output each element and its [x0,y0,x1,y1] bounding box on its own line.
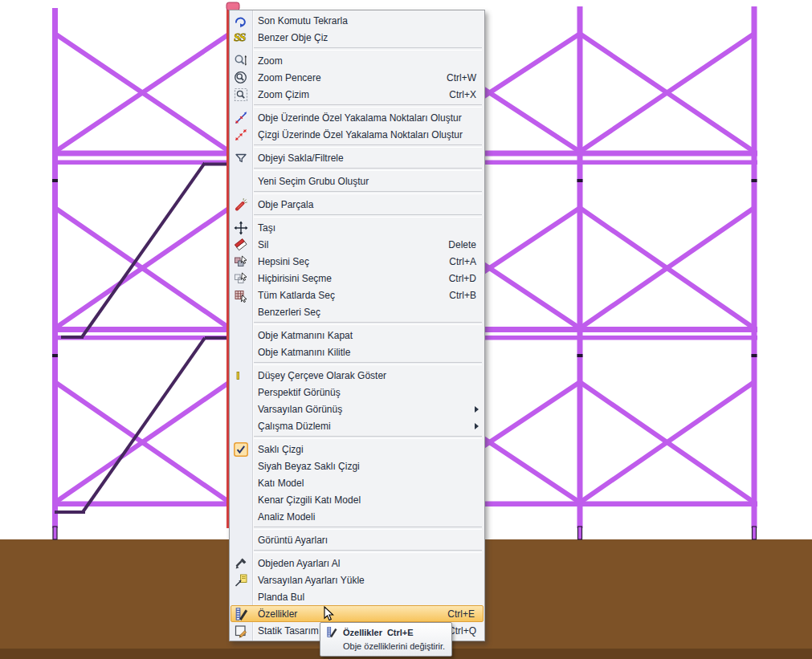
menu-shortcut: Delete [448,239,484,250]
menu-item-label: Hiçbirisini Seçme [252,273,449,284]
menu-item-label: Varsayılan Görünüş [252,404,475,415]
load-defaults-icon [230,573,252,588]
menu-item-analiz-modeli[interactable]: Analiz Modeli [230,508,484,525]
menu-separator [230,103,484,109]
menu-item-label: Sil [252,239,448,250]
menu-item-cizgi-uzerinde-ozel-yakalama[interactable]: Çizgi Üzerinde Özel Yakalama Noktaları O… [230,126,484,143]
menu-item-obje-katmanini-kapat[interactable]: Obje Katmanını Kapat [230,327,484,344]
menu-separator [230,213,484,219]
menu-item-label: Zoom Pencere [252,72,447,83]
menu-item-label: Objeyi Sakla/Filtrele [252,153,484,164]
repeat-last-command-icon [230,14,252,28]
menu-item-benzerleri-sec[interactable]: Benzerleri Seç [230,303,484,320]
menu-item-varsayilan-ayarlari-yukle[interactable]: Varsayılan Ayarları Yükle [230,572,484,588]
tooltip: Özellikler Ctrl+E Obje özelliklerini değ… [320,622,452,657]
menu-item-kati-model[interactable]: Katı Model [230,474,484,491]
menu-item-label: Kenar Çizgili Katı Model [252,494,484,506]
menu-item-son-komutu-tekrarla[interactable]: Son Komutu Tekrarla [230,12,484,29]
menu-item-label: Obje Katmanını Kapat [252,330,484,341]
menu-item-sil[interactable]: SilDelete [230,236,484,253]
menu-item-label: Özellikler [252,608,447,620]
menu-item-objeyi-sakla-filtrele[interactable]: Objeyi Sakla/Filtrele [230,149,484,166]
menu-item-label: Hepsini Seç [252,256,449,267]
menu-shortcut: Ctrl+E [447,608,483,620]
snap-points-line-icon [230,128,252,142]
menu-item-yeni-secim-grubu-olustur[interactable]: Yeni Seçim Grubu Oluştur [230,173,484,189]
menu-item-perspektif-gorunus[interactable]: Perspektif Görünüş [230,384,484,401]
menu-shortcut: Ctrl+Q [448,625,484,637]
menu-item-label: Benzerleri Seç [252,307,484,318]
menu-separator [230,360,484,367]
menu-item-label: Yeni Seçim Grubu Oluştur [252,176,484,187]
menu-item-obje-uzerinde-ozel-yakalama[interactable]: Obje Üzerinde Özel Yakalama Noktaları Ol… [230,109,484,126]
menu-item-kenar-cizgili-kati-model[interactable]: Kenar Çizgili Katı Model [230,491,484,508]
zoom-icon [230,54,252,68]
filter-icon [230,151,252,165]
menu-item-obje-parcala[interactable]: Obje Parçala [230,196,484,213]
menu-item-benzer-obje-ciz[interactable]: SSBenzer Obje Çiz [230,29,484,46]
menu-item-calisma-duzlemi[interactable]: Çalışma Düzlemi [230,417,484,434]
menu-item-label: Siyah Beyaz Saklı Çizgi [252,461,484,472]
static-design-icon [230,624,252,638]
properties-icon [326,626,338,638]
menu-item-varsayilan-gorunus[interactable]: Varsayılan Görünüş [230,401,484,417]
snap-points-object-icon [230,111,252,125]
menu-item-label: Planda Bul [252,592,484,603]
menu-item-label: Objeden Ayarları Al [252,558,484,569]
menu-item-label: Tüm Katlarda Seç [252,290,449,301]
tooltip-shortcut: Ctrl+E [387,628,414,637]
menu-separator [230,434,484,441]
menu-item-label: Düşey Çerçeve Olarak Göster [252,370,484,381]
menu-item-goruntu-ayarlari[interactable]: Görüntü Ayarları [230,531,484,548]
menu-shortcut: Ctrl+X [449,89,484,100]
draw-similar-object-icon: SS [230,31,252,45]
zoom-drawing-icon [230,87,252,102]
menu-item-tasi[interactable]: Taşı [230,219,484,236]
cad-viewport: Son Komutu TekrarlaSSBenzer Obje ÇizZoom… [0,0,812,659]
menu-item-label: Zoom Çizim [252,89,449,100]
menu-separator [230,189,484,196]
svg-text:S: S [239,31,247,43]
menu-item-label: Katı Model [252,478,484,489]
context-menu: Son Komutu TekrarlaSSBenzer Obje ÇizZoom… [229,10,485,641]
menu-item-ozellikler[interactable]: ÖzelliklerCtrl+E [231,605,484,622]
menu-item-label: Obje Üzerinde Özel Yakalama Noktaları Ol… [252,112,484,124]
tooltip-title: Özellikler [343,628,382,637]
menu-item-label: Varsayılan Ayarları Yükle [252,575,484,586]
tooltip-description: Obje özelliklerini değiştirir. [326,641,445,651]
menu-shortcut: Ctrl+W [447,72,484,83]
menu-separator [230,166,484,173]
menu-item-zoom-cizim[interactable]: Zoom ÇizimCtrl+X [230,86,484,103]
menu-shortcut: Ctrl+A [449,256,484,267]
menu-item-label: Taşı [252,222,484,234]
menu-item-objeden-ayarlari-al[interactable]: Objeden Ayarları Al [230,555,484,572]
menu-item-hepsini-sec[interactable]: Hepsini SeçCtrl+A [230,253,484,270]
submenu-arrow-icon [475,423,479,429]
menu-item-label: Zoom [252,55,484,67]
menu-item-label: Çizgi Üzerinde Özel Yakalama Noktaları O… [252,129,484,140]
menu-item-hicbirisini-secme[interactable]: Hiçbirisini SeçmeCtrl+D [230,270,484,287]
menu-item-sakli-cizgi[interactable]: Saklı Çizgi [230,441,484,458]
explode-icon [230,197,252,212]
menu-item-label: Benzer Obje Çiz [252,32,484,43]
menu-item-obje-katmanini-kilitle[interactable]: Obje Katmanını Kilitle [230,344,484,360]
menu-item-label: Obje Katmanını Kilitle [252,347,484,358]
menu-item-tum-katlarda-sec[interactable]: Tüm Katlarda SeçCtrl+B [230,287,484,303]
menu-separator [230,548,484,555]
menu-item-zoom-pencere[interactable]: Zoom PencereCtrl+W [230,69,484,86]
select-all-floors-icon [230,288,252,303]
menu-item-siyah-beyaz-sakli-cizgi[interactable]: Siyah Beyaz Saklı Çizgi [230,458,484,474]
menu-shortcut: Ctrl+B [449,290,484,301]
menu-separator [230,525,484,531]
menu-item-label: Son Komutu Tekrarla [252,15,484,26]
menu-separator [230,143,484,149]
menu-item-planda-bul[interactable]: Planda Bul [230,588,484,605]
select-all-icon [230,254,252,269]
menu-item-label: Çalışma Düzlemi [252,421,475,432]
menu-item-dusey-cerceve-olarak-goster[interactable]: Düşey Çerçeve Olarak Göster [230,367,484,384]
menu-item-zoom[interactable]: Zoom [230,52,484,69]
menu-item-label: Analiz Modeli [252,511,484,523]
menu-item-label: Perspektif Görünüş [252,387,484,398]
move-icon [230,221,252,235]
zoom-window-icon [230,71,252,85]
